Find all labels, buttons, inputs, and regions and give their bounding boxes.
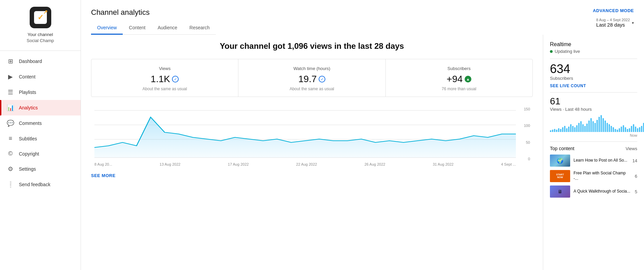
mini-bar-segment: [588, 121, 590, 132]
mini-bar-segment: [596, 120, 598, 132]
mini-bar-segment: [633, 124, 634, 132]
tab-research[interactable]: Research: [183, 22, 216, 35]
subtitles-icon: ≡: [7, 135, 14, 142]
content-title-3: A Quick Walkthrough of Socia...: [574, 189, 632, 194]
subscribers-right-label: Subscribers: [550, 76, 637, 81]
sidebar-label-dashboard: Dashboard: [19, 59, 42, 64]
tabs-row: Overview Content Audience Research: [91, 22, 216, 35]
x-label-7: 4 Sept ...: [501, 162, 516, 166]
mini-bar-segment: [631, 126, 632, 132]
mini-bar-segment: [635, 127, 636, 132]
views-note: About the same as usual: [99, 87, 230, 91]
thumb-orange-icon: STARTNOW: [550, 170, 570, 182]
mini-bar-segment: [566, 128, 567, 132]
tab-content[interactable]: Content: [123, 22, 151, 35]
y-label-50: 50: [524, 140, 530, 144]
feedback-icon: ❕: [7, 181, 14, 188]
channel-label: Your channel: [28, 32, 53, 37]
header-right: ADVANCED MODE 8 Aug – 4 Sept 2022 Last 2…: [593, 8, 634, 28]
y-label-150: 150: [524, 107, 530, 111]
sidebar-label-comments: Comments: [19, 121, 42, 126]
views-check-icon: ✓: [172, 76, 179, 82]
watchtime-check-icon: ✓: [319, 76, 325, 82]
divider-3: [550, 141, 637, 142]
mini-bar-segment: [582, 124, 584, 132]
content-title-2: Free Plan with Social Champ -...: [574, 171, 632, 181]
top-content-title: Top content: [550, 146, 574, 151]
mini-bar-segment: [619, 128, 620, 132]
thumb-walkthrough-icon: 🖥: [550, 185, 570, 198]
mini-bar-segment: [562, 127, 563, 132]
mini-bar-segment: [641, 126, 642, 132]
logo-arrow-icon: ↗: [43, 9, 49, 15]
mini-bar-segment: [613, 127, 614, 132]
sidebar-item-analytics[interactable]: 📊 Analytics: [0, 100, 81, 115]
sidebar-item-dashboard[interactable]: ⊞ Dashboard: [0, 54, 81, 69]
advanced-mode-button[interactable]: ADVANCED MODE: [593, 8, 634, 13]
mini-bar-segment: [568, 127, 569, 132]
sidebar: ↗ Your channel Social Champ ⊞ Dashboard …: [0, 0, 81, 270]
x-label-4: 22 Aug 2022: [296, 162, 317, 166]
see-live-button[interactable]: SEE LIVE COUNT: [550, 83, 586, 88]
content-item-3[interactable]: 🖥 A Quick Walkthrough of Socia... 5: [550, 185, 637, 198]
page-title: Channel analytics: [91, 8, 216, 17]
content-item-2[interactable]: STARTNOW Free Plan with Social Champ -..…: [550, 170, 637, 182]
content-thumb-1: 🌍: [550, 155, 570, 167]
x-label-2: 13 Aug 2022: [159, 162, 180, 166]
date-range-from: 8 Aug – 4 Sept 2022: [596, 18, 630, 22]
thumb-world-icon: 🌍: [550, 155, 570, 167]
y-label-100: 100: [524, 124, 530, 128]
chart-container: 150 100 50 0: [91, 104, 533, 170]
hero-title: Your channel got 1,096 views in the last…: [91, 41, 533, 51]
date-selector[interactable]: 8 Aug – 4 Sept 2022 Last 28 days ▾: [596, 18, 634, 28]
sidebar-label-settings: Settings: [19, 166, 36, 172]
mini-bar-segment: [617, 130, 618, 132]
copyright-icon: ©: [7, 150, 14, 157]
svg-marker-4: [94, 117, 516, 158]
mini-bar-segment: [603, 118, 604, 132]
see-more-button[interactable]: SEE MORE: [91, 173, 116, 178]
sidebar-label-playlists: Playlists: [19, 90, 36, 95]
sidebar-item-playlists[interactable]: ☰ Playlists: [0, 85, 81, 100]
sidebar-label-content: Content: [19, 74, 35, 79]
sidebar-item-comments[interactable]: 💬 Comments: [0, 115, 81, 131]
tab-audience[interactable]: Audience: [151, 22, 183, 35]
playlists-icon: ☰: [7, 89, 14, 96]
now-label: Now: [550, 133, 637, 137]
sidebar-item-copyright[interactable]: © Copyright: [0, 146, 81, 161]
mini-bar-segment: [576, 125, 578, 132]
content-views-2: 6: [635, 174, 637, 179]
sidebar-item-subtitles[interactable]: ≡ Subtitles: [0, 131, 81, 146]
sidebar-item-send-feedback[interactable]: ❕ Send feedback: [0, 177, 81, 192]
mini-bar-segment: [615, 129, 616, 132]
stat-label-watchtime: Watch time (hours): [246, 66, 377, 71]
sidebar-label-subtitles: Subtitles: [19, 136, 37, 141]
mini-bar-segment: [594, 123, 596, 132]
subscribers-up-icon: ▲: [465, 76, 471, 82]
sidebar-nav: ⊞ Dashboard ▶ Content ☰ Playlists 📊 Anal…: [0, 52, 81, 194]
sidebar-item-settings[interactable]: ⚙ Settings: [0, 161, 81, 177]
mini-bar-segment: [607, 123, 608, 132]
content-views-3: 5: [635, 189, 637, 194]
mini-bar-segment: [550, 130, 551, 132]
mini-bar-segment: [580, 121, 582, 132]
views-right-number: 61: [550, 97, 637, 106]
analytics-icon: 📊: [7, 104, 14, 111]
content-item-1[interactable]: 🌍 Learn How to Post on All So... 14: [550, 155, 637, 167]
stat-card-watchtime: Watch time (hours) 19.7 ✓ About the same…: [238, 59, 385, 97]
tab-overview[interactable]: Overview: [91, 22, 123, 35]
divider-2: [550, 92, 637, 93]
y-label-0: 0: [524, 157, 530, 161]
subscribers-big-number: 634: [550, 63, 637, 75]
chart-x-axis: 8 Aug 20... 13 Aug 2022 17 Aug 2022 22 A…: [94, 161, 516, 166]
stat-label-subscribers: Subscribers: [394, 66, 524, 71]
watchtime-note: About the same as usual: [246, 87, 377, 91]
stat-value-views: 1.1K ✓: [99, 74, 230, 85]
stats-row: Views 1.1K ✓ About the same as usual Wat…: [91, 59, 533, 97]
sidebar-item-content[interactable]: ▶ Content: [0, 69, 81, 85]
mini-bar-segment: [627, 129, 628, 132]
mini-bar-chart: [550, 115, 637, 132]
thumb-orange-text: STARTNOW: [556, 173, 564, 179]
mini-bar-segment: [629, 128, 630, 132]
mini-bar-segment: [611, 126, 612, 132]
